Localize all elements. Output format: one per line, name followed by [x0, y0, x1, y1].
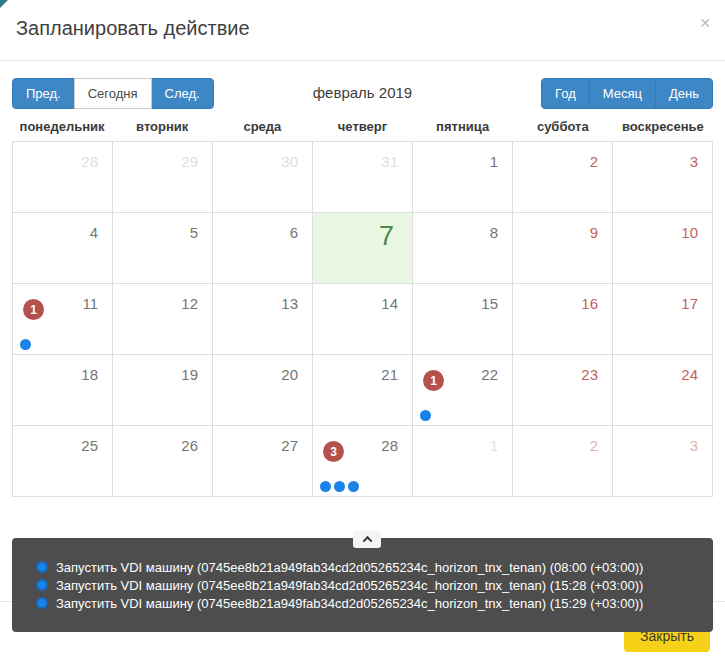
day-number: 23	[581, 366, 598, 383]
weekday-header: воскресенье	[613, 116, 713, 141]
month-view-button[interactable]: Месяц	[589, 78, 656, 109]
calendar-day-cell[interactable]: 5	[113, 213, 213, 284]
event-count-badge: 3	[323, 441, 344, 462]
day-number: 26	[181, 437, 198, 454]
calendar-day-cell[interactable]: 2	[513, 426, 613, 497]
calendar-day-cell[interactable]: 28	[13, 142, 113, 213]
calendar-day-cell[interactable]: 31	[313, 142, 413, 213]
day-number: 5	[190, 224, 198, 241]
event-dot-icon[interactable]	[334, 481, 345, 492]
modal-content: Пред. Сегодня След. февраль 2019 Год Мес…	[0, 61, 725, 497]
day-number: 11	[82, 295, 98, 312]
calendar-day-cell[interactable]: 27	[213, 426, 313, 497]
day-number: 13	[281, 295, 298, 312]
events-list: Запустить VDI машину (0745ee8b21a949fab3…	[36, 558, 713, 612]
calendar-day-cell[interactable]: 1	[413, 426, 513, 497]
calendar-day-cell[interactable]: 12	[113, 284, 213, 355]
calendar-day-cell[interactable]: 122	[413, 355, 513, 426]
day-number: 19	[181, 366, 198, 383]
day-number: 8	[490, 224, 498, 241]
calendar-day-cell[interactable]: 4	[13, 213, 113, 284]
event-dot-icon[interactable]	[348, 481, 359, 492]
day-number: 15	[481, 295, 498, 312]
calendar-day-cell[interactable]: 17	[613, 284, 713, 355]
calendar-day-cell[interactable]: 20	[213, 355, 313, 426]
scheduled-event-item[interactable]: Запустить VDI машину (0745ee8b21a949fab3…	[36, 594, 713, 612]
modal-title: Запланировать действие	[16, 17, 709, 40]
calendar-day-cell[interactable]: 7	[313, 213, 413, 284]
event-label: Запустить VDI машину (0745ee8b21a949fab3…	[56, 560, 643, 575]
weekday-header: четверг	[312, 116, 412, 141]
year-view-button[interactable]: Год	[541, 78, 590, 109]
calendar-day-cell[interactable]: 14	[313, 284, 413, 355]
calendar-grid: 2829303112345678910111121314151617181920…	[12, 141, 713, 497]
weekday-header: суббота	[513, 116, 613, 141]
day-number: 3	[690, 437, 698, 454]
day-number: 31	[381, 153, 398, 170]
event-dot-icon[interactable]	[420, 410, 431, 421]
event-bullet-icon	[36, 561, 48, 573]
day-number: 2	[590, 437, 598, 454]
calendar-day-cell[interactable]: 2	[513, 142, 613, 213]
calendar-day-cell[interactable]: 10	[613, 213, 713, 284]
calendar-day-cell[interactable]: 19	[113, 355, 213, 426]
day-number: 2	[590, 153, 598, 170]
calendar-day-cell[interactable]: 25	[13, 426, 113, 497]
calendar-day-cell[interactable]: 18	[13, 355, 113, 426]
day-number: 28	[81, 153, 98, 170]
day-number: 10	[681, 224, 698, 241]
calendar-day-cell[interactable]: 23	[513, 355, 613, 426]
day-number: 12	[181, 295, 198, 312]
calendar-day-cell[interactable]: 1	[413, 142, 513, 213]
day-number: 9	[590, 224, 598, 241]
calendar-day-cell[interactable]: 3	[613, 142, 713, 213]
scheduled-event-item[interactable]: Запустить VDI машину (0745ee8b21a949fab3…	[36, 576, 713, 594]
calendar-day-cell[interactable]: 21	[313, 355, 413, 426]
day-number: 6	[290, 224, 298, 241]
calendar-day-cell[interactable]: 13	[213, 284, 313, 355]
calendar-day-cell[interactable]: 3	[613, 426, 713, 497]
event-dots	[420, 410, 431, 421]
day-number: 4	[90, 224, 98, 241]
day-number: 27	[281, 437, 298, 454]
today-button[interactable]: Сегодня	[74, 78, 152, 109]
day-number: 25	[81, 437, 98, 454]
collapse-tab[interactable]	[353, 531, 381, 548]
weekday-header: понедельник	[12, 116, 112, 141]
day-number: 14	[381, 295, 398, 312]
event-dot-icon[interactable]	[320, 481, 331, 492]
scheduled-event-item[interactable]: Запустить VDI машину (0745ee8b21a949fab3…	[36, 558, 713, 576]
event-bullet-icon	[36, 597, 48, 609]
view-button-group: Год Месяц День	[541, 78, 713, 109]
calendar-day-cell[interactable]: 16	[513, 284, 613, 355]
events-popover: Запустить VDI машину (0745ee8b21a949fab3…	[12, 538, 713, 632]
day-view-button[interactable]: День	[655, 78, 713, 109]
day-number: 20	[281, 366, 298, 383]
calendar-day-cell[interactable]: 6	[213, 213, 313, 284]
day-number: 1	[490, 153, 498, 170]
calendar-day-cell[interactable]: 15	[413, 284, 513, 355]
event-dot-icon[interactable]	[20, 339, 31, 350]
calendar-day-cell[interactable]: 9	[513, 213, 613, 284]
event-dots	[320, 481, 359, 492]
corner-artifact	[0, 0, 8, 8]
close-icon[interactable]: ✕	[699, 16, 711, 30]
weekday-header: вторник	[112, 116, 212, 141]
event-count-badge: 1	[423, 370, 444, 391]
event-label: Запустить VDI машину (0745ee8b21a949fab3…	[56, 578, 643, 593]
day-number: 22	[481, 366, 498, 383]
weekday-header: пятница	[413, 116, 513, 141]
calendar-day-cell[interactable]: 8	[413, 213, 513, 284]
day-number: 3	[690, 153, 698, 170]
calendar-day-cell[interactable]: 26	[113, 426, 213, 497]
calendar-day-cell[interactable]: 328	[313, 426, 413, 497]
event-bullet-icon	[36, 579, 48, 591]
event-label: Запустить VDI машину (0745ee8b21a949fab3…	[56, 596, 643, 611]
event-dots	[20, 339, 31, 350]
calendar-day-cell[interactable]: 111	[13, 284, 113, 355]
calendar-day-cell[interactable]: 29	[113, 142, 213, 213]
day-number: 29	[181, 153, 198, 170]
day-number: 24	[681, 366, 698, 383]
calendar-day-cell[interactable]: 24	[613, 355, 713, 426]
calendar-day-cell[interactable]: 30	[213, 142, 313, 213]
